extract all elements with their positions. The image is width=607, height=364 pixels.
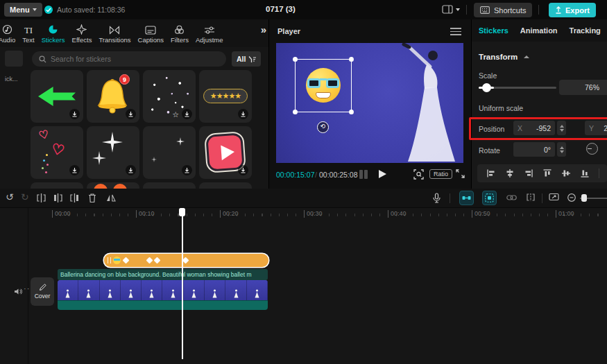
player-menu-icon[interactable] [450,28,461,35]
timeline-ruler[interactable]: 00:00 00:10 00:20 00:30 00:40 00:50 01:0… [0,208,607,220]
playhead-line[interactable] [182,208,183,359]
play-button[interactable] [379,170,386,178]
sticker-hearts[interactable]: ♡ ♡ [31,126,83,179]
download-icon[interactable] [182,109,192,119]
align-right-icon[interactable] [524,168,533,178]
scale-value[interactable]: 76% [559,80,607,95]
download-icon[interactable] [69,109,80,119]
sticker-tile[interactable] [31,182,83,189]
resize-handle[interactable] [293,110,298,114]
sticker-bell[interactable]: 9 [87,70,139,123]
main-track-magnet-icon[interactable] [459,191,474,205]
preview-axis-icon[interactable] [526,193,536,202]
search-icon [39,55,46,63]
track-mute-icon[interactable] [14,288,22,295]
download-icon[interactable] [238,165,248,175]
keyframe-diamond[interactable] [123,257,130,264]
tab-adjustment[interactable]: Adjustme [192,19,227,47]
download-icon[interactable] [238,109,248,119]
selection-box[interactable] [295,59,352,112]
auto-snap-icon[interactable] [482,191,497,205]
sticker-search[interactable] [32,51,226,67]
sticker-tile[interactable] [143,182,196,189]
align-center-vertical-icon[interactable] [561,168,571,178]
position-x-input[interactable]: X -952 [513,121,555,135]
sticker-sparkle-dots[interactable]: ☆ [143,70,196,123]
timeline-zoom-thumb[interactable] [581,194,587,202]
more-tabs-icon[interactable]: » [261,24,266,35]
sticker-play-button[interactable] [199,126,252,179]
resize-handle[interactable] [349,110,354,114]
sticker-small-sparkles[interactable] [143,126,196,179]
align-bottom-icon[interactable] [580,168,590,178]
resize-handle[interactable] [293,57,298,62]
tab-inspector-animation[interactable]: Animation [520,26,558,35]
download-icon[interactable] [182,165,192,175]
tab-captions[interactable]: Captions [135,19,168,47]
keyframe-diamond[interactable] [154,257,161,264]
zoom-out-icon[interactable] [567,193,576,202]
undo-icon[interactable]: ↺ [6,191,14,202]
split-icon[interactable] [36,193,46,203]
sticker-orange[interactable] [87,182,139,189]
cover-button[interactable]: Cover [31,277,54,306]
link-icon[interactable] [506,194,517,201]
search-input[interactable] [51,55,210,63]
playhead-head[interactable] [179,208,185,216]
delete-right-icon[interactable] [69,193,80,203]
align-left-icon[interactable] [486,168,496,178]
keyframe-diamond[interactable] [182,257,189,264]
favorite-star-icon[interactable]: ☆ [172,110,179,119]
tab-transitions[interactable]: Transitions [95,19,134,47]
tab-inspector-tracking[interactable]: Tracking [570,26,601,35]
frame-view-icon[interactable] [359,170,368,179]
filter-icon [248,55,256,63]
rotate-stepper[interactable] [557,142,566,157]
collapse-caret-icon[interactable] [524,55,529,58]
sticker-tile[interactable] [199,182,252,189]
tab-audio[interactable]: Audio [0,19,19,47]
menu-button[interactable]: Menu [4,3,42,17]
tab-inspector-stickers[interactable]: Stickers [479,26,508,35]
sticker-big-sparkles[interactable] [87,126,139,179]
rotate-handle[interactable]: ⟲ [317,121,329,133]
tab-effects[interactable]: Effects [69,19,96,47]
download-icon[interactable] [126,165,136,175]
shortcuts-button[interactable]: Shortcuts [474,3,532,17]
redo-icon[interactable]: ↻ [21,191,29,202]
keyframe-diamond[interactable] [146,257,153,264]
video-clip[interactable] [58,280,268,310]
focus-preview-icon[interactable] [413,169,424,180]
position-x-stepper[interactable] [557,121,566,135]
download-icon[interactable] [126,109,136,119]
sticker-five-stars[interactable]: ★★★★★ [199,70,252,123]
tab-filters[interactable]: Filters [167,19,192,47]
all-filter-button[interactable]: All [232,51,261,67]
category-thumb[interactable] [5,51,23,67]
microphone-icon[interactable] [432,193,441,204]
position-y-input[interactable]: Y 23 [585,121,607,135]
sticker-clip[interactable] [104,254,268,267]
adjust-view-icon[interactable] [549,193,560,202]
fullscreen-icon[interactable] [456,169,465,178]
rotate-input[interactable]: 0° [513,142,555,157]
layout-caret-icon[interactable] [456,8,460,11]
align-center-horizontal-icon[interactable] [505,168,515,178]
scale-slider-thumb[interactable] [482,83,491,92]
delete-left-icon[interactable] [53,193,63,203]
delete-icon[interactable] [87,193,97,203]
video-preview[interactable]: ⟲ [276,43,463,163]
download-icon[interactable] [69,165,80,175]
sticker-green-arrow[interactable] [31,70,83,123]
ratio-button[interactable]: Ratio [429,169,452,179]
tab-stickers[interactable]: Stickers [38,19,69,47]
tab-text[interactable]: TI Text [19,19,37,47]
resize-handle[interactable] [349,57,354,62]
caption-clip[interactable]: Ballerina dancing on blue background. Be… [58,269,268,280]
layout-panels-icon[interactable] [442,5,453,14]
align-top-icon[interactable] [542,168,552,178]
export-button[interactable]: Export [549,3,596,17]
tab-effects-label: Effects [72,36,92,44]
rotate-dial[interactable] [586,143,598,155]
mirror-icon[interactable] [105,193,117,202]
